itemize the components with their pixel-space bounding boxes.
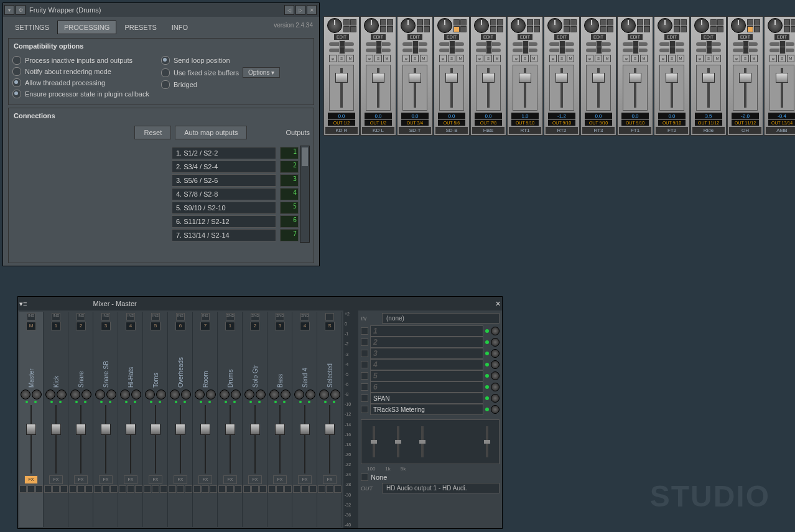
pan-slider[interactable] [366,42,391,46]
track-label[interactable]: Overheads [177,330,184,389]
opt-d[interactable] [424,26,430,32]
pan-slider[interactable] [659,42,684,46]
send-slider[interactable] [586,49,611,52]
pan-slider[interactable] [586,42,611,46]
stereo-knob[interactable] [305,390,315,399]
output-num[interactable]: 6 [280,215,299,228]
volume-fader[interactable] [696,65,721,111]
volume-fader[interactable] [659,65,684,111]
slot-name[interactable]: 1 [370,325,483,337]
output-field[interactable]: 1. S1/2 / S2-2 [172,147,276,159]
track-header[interactable]: INS [27,313,35,320]
volume-fader[interactable] [197,405,214,474]
pan-knob[interactable] [269,390,279,399]
track-index[interactable]: 4 [126,322,136,330]
opt-d[interactable] [460,26,467,32]
track-label[interactable]: Snare SB [103,330,109,389]
opt-c[interactable] [343,26,350,32]
ensure-state-checkbox[interactable] [12,90,21,98]
opt-b[interactable] [387,19,393,26]
slot-dropdown-icon[interactable] [361,372,368,380]
mute-button[interactable]: M [750,55,758,62]
track-header[interactable]: SND [226,313,235,320]
edit-button[interactable]: EDIT [518,34,532,40]
effect-slot[interactable]: TRackS3 Metering [361,404,500,415]
output-route[interactable]: OUT 7/8 [475,120,502,126]
stereo-knob[interactable] [81,390,91,399]
solo-button[interactable]: S [668,55,676,62]
volume-fader[interactable] [221,405,239,474]
mixer-track[interactable]: INS 6 Overheads FX [169,312,193,527]
notify-render-checkbox[interactable] [12,67,21,76]
edit-button[interactable]: EDIT [774,34,789,40]
volume-fader[interactable] [97,405,114,474]
route-a[interactable] [169,485,176,493]
route-b[interactable] [27,485,35,493]
pan-knob[interactable] [294,390,304,399]
gain-knob[interactable] [658,18,672,33]
fx-button[interactable]: FX [99,475,113,484]
track-label[interactable]: Toms [152,330,159,389]
opt-a[interactable] [527,19,533,26]
channel-name[interactable]: AMB [766,127,795,134]
slot-dropdown-icon[interactable] [361,406,368,413]
volume-fader[interactable] [321,405,338,474]
send-slider[interactable] [366,49,391,52]
opt-b[interactable] [681,19,687,26]
volume-fader[interactable] [439,65,464,111]
pan-slider[interactable] [623,42,648,46]
opt-c[interactable] [490,26,496,32]
solo-button[interactable]: S [778,55,786,62]
allow-threaded-checkbox[interactable] [12,78,21,87]
volume-fader[interactable] [246,405,264,474]
solo-button[interactable]: φ [366,55,373,62]
route-b[interactable] [276,485,284,493]
send-slider[interactable] [733,49,758,52]
maximize-icon[interactable]: ▷ [295,5,305,15]
route-a[interactable] [144,485,151,493]
opt-d[interactable] [387,26,393,32]
slot-mix-knob[interactable] [491,371,500,380]
volume-fader[interactable] [733,65,758,111]
route-a[interactable] [44,485,52,493]
slot-led-icon[interactable] [485,408,489,411]
route-c[interactable] [85,485,93,493]
pan-knob[interactable] [319,390,329,399]
route-a[interactable] [119,485,126,493]
edit-button[interactable]: EDIT [481,34,496,40]
route-c[interactable] [35,485,43,493]
stereo-knob[interactable] [131,390,141,399]
edit-button[interactable]: EDIT [554,34,569,40]
route-b[interactable] [326,485,333,493]
output-num[interactable]: 5 [280,202,299,214]
volume-fader[interactable] [122,405,139,474]
send-slider[interactable] [329,49,354,52]
output-field[interactable]: 2. S3/4 / S2-4 [172,161,276,173]
solo-button[interactable]: φ [549,55,557,62]
stereo-knob[interactable] [156,390,166,399]
pan-knob[interactable] [95,390,105,399]
plugin-icon[interactable]: ⚙ [16,5,26,15]
mute-button[interactable]: M [787,55,794,62]
opt-a[interactable] [380,19,386,26]
route-b[interactable] [77,485,85,493]
send-slider[interactable] [476,49,501,52]
opt-a[interactable] [490,19,496,26]
fx-button[interactable]: FX [223,475,237,484]
send-loop-checkbox[interactable] [161,56,170,65]
solo-button[interactable]: φ [733,55,740,62]
stereo-knob[interactable] [57,390,67,399]
route-a[interactable] [19,485,27,493]
stereo-knob[interactable] [281,390,291,399]
route-a[interactable] [318,485,325,493]
send-slider[interactable] [769,49,794,52]
pan-slider[interactable] [513,42,537,46]
volume-fader[interactable] [623,65,648,111]
opt-b[interactable] [644,19,650,26]
pan-slider[interactable] [769,42,794,46]
output-route[interactable]: OUT 1/2 [328,120,355,126]
stereo-knob[interactable] [256,390,266,399]
track-index[interactable]: 7 [200,322,210,330]
opt-b[interactable] [717,19,723,26]
slot-mix-knob[interactable] [491,360,500,369]
